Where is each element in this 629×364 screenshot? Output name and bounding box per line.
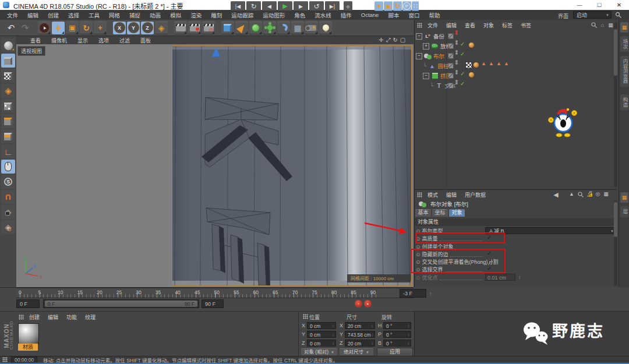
collapse-icon[interactable]: −	[423, 73, 429, 79]
light-menu[interactable]	[319, 22, 332, 34]
menu-item[interactable]: 文件	[2, 11, 23, 19]
zoom-icon[interactable]: ⤢	[386, 37, 390, 44]
render-region[interactable]: 网格间距 : 10000 cm	[172, 45, 412, 286]
material-menu-item[interactable]: 创建	[25, 313, 44, 321]
enable-check[interactable]	[460, 70, 465, 77]
render-settings-button[interactable]	[202, 22, 215, 34]
material-menu-item[interactable]: 纹理	[81, 313, 100, 321]
panel-layout-icon[interactable]: ▦	[602, 191, 610, 197]
object-manager-menu-item[interactable]: 对象	[479, 22, 498, 29]
menu-item[interactable]: 窗口	[404, 11, 424, 19]
menu-item[interactable]: 编辑	[23, 11, 43, 19]
search-icon[interactable]	[615, 12, 622, 19]
material-name-label[interactable]: 材质	[18, 344, 38, 351]
menu-item[interactable]: 雕刻	[206, 11, 227, 19]
move-tool[interactable]	[52, 22, 65, 34]
record-scale-toggle[interactable]	[384, 1, 393, 11]
object-manager-tab-icon[interactable]: ▦	[620, 22, 628, 33]
panel-grip-icon[interactable]	[19, 314, 24, 320]
menu-item[interactable]: 运动跟踪	[227, 11, 258, 19]
autokey-button[interactable]: •	[364, 300, 372, 308]
last-used-tool[interactable]	[94, 22, 107, 34]
render-view-button[interactable]	[174, 22, 187, 34]
material-menu-item[interactable]: 功能	[62, 313, 81, 321]
size-z-field[interactable]: 20 cm	[345, 340, 375, 347]
lock-icon[interactable]: 🔏	[586, 191, 593, 197]
model-mode-button[interactable]	[1, 54, 15, 68]
menu-item[interactable]: 运动图形	[258, 11, 289, 19]
maximize-button[interactable]	[589, 0, 609, 10]
rotate-tool[interactable]	[80, 22, 93, 34]
rotation-h-field[interactable]: 0 °	[383, 322, 411, 329]
toggle-view-icon[interactable]: ▢	[400, 37, 405, 44]
side-tab-takes[interactable]: 场次	[620, 36, 628, 52]
side-tab-content-browser[interactable]: 内容浏览器	[620, 56, 628, 87]
goto-end-button[interactable]	[325, 1, 340, 11]
cycle-button[interactable]	[309, 1, 324, 11]
object-row-extrude[interactable]: − 挤压	[423, 71, 451, 80]
deformer-menu[interactable]	[277, 22, 290, 34]
minimize-button[interactable]	[570, 0, 589, 10]
tab-basic[interactable]: 基本	[415, 209, 431, 217]
edges-mode-button[interactable]	[1, 114, 15, 128]
up-icon[interactable]: ▲	[568, 191, 575, 197]
collapse-icon[interactable]: −	[416, 33, 422, 40]
viewport-menu-item[interactable]: 过滤	[115, 37, 135, 44]
layer-toggle[interactable]	[448, 63, 454, 69]
current-frame-field[interactable]: -3 F	[400, 289, 426, 298]
menu-item[interactable]: Octane	[356, 12, 384, 18]
size-y-field[interactable]: 743.58 cm	[345, 331, 375, 338]
object-manager-scrollbar[interactable]	[614, 22, 617, 188]
quantize-button[interactable]: S	[1, 175, 15, 189]
attribute-menu-item[interactable]: 模式	[423, 191, 442, 199]
camera-menu[interactable]	[305, 22, 318, 34]
position-x-field[interactable]: 0 cm	[307, 322, 336, 329]
object-manager-menu-item[interactable]: 文件	[423, 22, 442, 29]
polygons-mode-button[interactable]	[1, 129, 15, 143]
phong-tag[interactable]	[473, 62, 479, 68]
attribute-menu-item[interactable]: 用户数据	[461, 191, 490, 199]
layer-toggle[interactable]	[448, 83, 454, 89]
primitive-cube-menu[interactable]	[221, 22, 234, 34]
expand-icon[interactable]: +	[423, 43, 429, 50]
record-position-toggle[interactable]	[374, 1, 383, 11]
generator-menu[interactable]	[263, 22, 276, 34]
position-z-field[interactable]: 0 cm	[307, 340, 336, 347]
object-manager-menu-item[interactable]: 标签	[498, 22, 517, 29]
layer-toggle[interactable]	[448, 73, 454, 79]
close-button[interactable]	[609, 0, 629, 10]
viewport-menu-item[interactable]: 显示	[73, 37, 93, 44]
lock-workplane-button[interactable]	[1, 205, 15, 219]
polygon-selection-tag[interactable]	[504, 60, 509, 66]
menu-item[interactable]: 帮助	[424, 11, 444, 19]
enable-check[interactable]	[460, 80, 465, 87]
make-editable-button[interactable]	[1, 38, 15, 52]
tab-coordinates[interactable]: 坐标	[432, 209, 448, 217]
search-icon[interactable]	[578, 192, 584, 198]
history-back-icon[interactable]: ◀	[552, 191, 560, 199]
rotation-p-field[interactable]: 0 °	[383, 331, 411, 338]
boolean-type-dropdown[interactable]: A 减 B	[485, 227, 617, 234]
collapse-icon[interactable]: −	[416, 53, 422, 59]
home-icon[interactable]: ⌂	[599, 22, 606, 28]
workplane-snap-button[interactable]	[1, 220, 15, 234]
menu-item[interactable]: 捕捉	[125, 11, 145, 19]
record-pla-toggle[interactable]	[412, 1, 419, 11]
layer-toggle[interactable]	[448, 43, 454, 49]
polygon-selection-tag[interactable]	[496, 60, 501, 66]
menu-item[interactable]: 模拟	[165, 11, 186, 19]
texture-tag[interactable]	[465, 62, 472, 69]
end-frame-field[interactable]: 90 F	[202, 299, 224, 308]
record-rotation-toggle[interactable]	[393, 1, 402, 11]
side-tab-layers[interactable]: 层	[620, 206, 628, 217]
enable-axis-button[interactable]	[1, 144, 15, 158]
material-menu-item[interactable]: 编辑	[44, 313, 62, 321]
viewport-menu-item[interactable]: 查看	[26, 37, 45, 44]
polygon-selection-tag[interactable]	[481, 60, 486, 66]
tab-object[interactable]: 对象	[449, 209, 465, 217]
attribute-menu-item[interactable]: 编辑	[442, 191, 461, 199]
enable-check[interactable]	[460, 41, 465, 47]
material-thumbnail[interactable]	[18, 323, 39, 344]
enable-check[interactable]	[460, 51, 465, 57]
render-picture-viewer-button[interactable]	[188, 22, 201, 34]
